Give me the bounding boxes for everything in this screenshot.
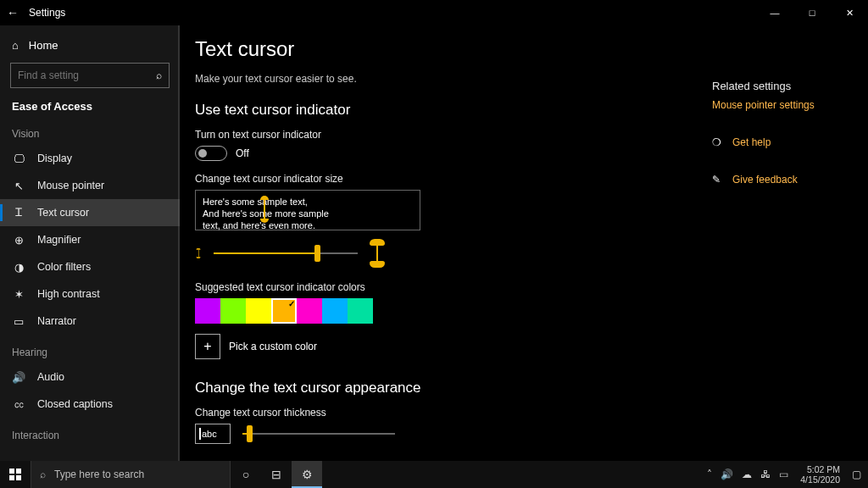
svg-rect-3	[16, 475, 21, 480]
mouse-pointer-settings-link[interactable]: Mouse pointer settings	[712, 99, 848, 111]
small-indicator-icon	[197, 248, 201, 258]
svg-rect-2	[9, 475, 14, 480]
search-icon: ⌕	[40, 469, 46, 480]
section-heading: Ease of Access	[0, 95, 180, 116]
tray-chevron-icon[interactable]: ˄	[705, 469, 714, 480]
search-icon: ⌕	[156, 69, 162, 81]
indicator-size-slider[interactable]	[214, 245, 358, 262]
sidebar-item-high-contrast[interactable]: ✶ High contrast	[0, 280, 180, 308]
color-swatch[interactable]	[297, 298, 322, 324]
page-title: Text cursor	[195, 37, 848, 61]
sidebar-item-display[interactable]: 🖵 Display	[0, 145, 180, 172]
svg-rect-1	[16, 469, 21, 474]
taskbar-clock[interactable]: 5:02 PM 4/15/2020	[800, 464, 840, 485]
audio-icon: 🔊	[12, 371, 25, 384]
thickness-preview: abc	[195, 424, 231, 444]
clock-time: 5:02 PM	[800, 464, 840, 474]
closed-captions-icon: ㏄	[12, 396, 25, 412]
feedback-label: Give feedback	[732, 174, 798, 186]
nav-label: Display	[37, 152, 72, 164]
group-vision: Vision	[0, 116, 180, 145]
action-center-icon[interactable]: ▢	[850, 469, 863, 480]
windows-icon	[9, 469, 21, 480]
sample-text-box: Here's some sample text, And here's some…	[195, 190, 420, 230]
color-swatch[interactable]	[322, 298, 348, 324]
sample-line: Here's some sample text,	[203, 196, 413, 208]
home-icon: ⌂	[12, 39, 19, 52]
search-field[interactable]	[18, 69, 145, 81]
system-tray: ˄ 🔊 ☁ 🖧 ▭ 5:02 PM 4/15/2020 ▢	[700, 461, 868, 488]
give-feedback-link[interactable]: ✎ Give feedback	[712, 174, 848, 186]
custom-color-label: Pick a custom color	[229, 341, 317, 352]
settings-taskbar-button[interactable]: ⚙	[292, 461, 322, 488]
related-heading: Related settings	[712, 80, 848, 92]
sidebar-item-audio[interactable]: 🔊 Audio	[0, 363, 180, 391]
sidebar-item-text-cursor[interactable]: Ꮖ Text cursor	[0, 199, 180, 226]
toggle-state: Off	[236, 147, 249, 159]
home-nav[interactable]: ⌂ Home	[0, 30, 180, 59]
color-swatch[interactable]	[246, 298, 271, 324]
minimize-button[interactable]: ―	[756, 0, 793, 25]
get-help-link[interactable]: ❍ Get help	[712, 136, 848, 148]
tray-input-icon[interactable]: ▭	[777, 469, 790, 480]
sidebar-item-color-filters[interactable]: ◑ Color filters	[0, 253, 180, 280]
home-label: Home	[29, 39, 58, 52]
section-appearance-heading: Change the text cursor appearance	[195, 380, 848, 396]
group-hearing: Hearing	[0, 335, 180, 363]
main-content: Text cursor Make your text cursor easier…	[180, 25, 868, 461]
taskbar-search[interactable]: ⌕ Type here to search	[31, 461, 231, 488]
tray-onedrive-icon[interactable]: ☁	[740, 469, 754, 480]
thickness-label: Change text cursor thickness	[195, 407, 848, 419]
color-swatch[interactable]	[195, 298, 220, 324]
color-filters-icon: ◑	[12, 261, 25, 274]
nav-label: Audio	[37, 371, 64, 383]
nav-label: High contrast	[37, 288, 100, 300]
sidebar-item-narrator[interactable]: ▭ Narrator	[0, 308, 180, 335]
group-interaction: Interaction	[0, 418, 180, 446]
svg-rect-0	[9, 469, 14, 474]
nav-label: Mouse pointer	[37, 180, 104, 191]
colors-label: Suggested text cursor indicator colors	[195, 281, 848, 293]
sidebar: ⌂ Home ⌕ Ease of Access Vision 🖵 Display…	[0, 25, 180, 461]
taskbar: ⌕ Type here to search ○ ⊟ ⚙ ˄ 🔊 ☁ 🖧 ▭ 5:…	[0, 461, 868, 488]
tray-volume-icon[interactable]: 🔊	[719, 469, 735, 480]
custom-color-button[interactable]: +	[195, 334, 220, 359]
help-label: Get help	[732, 136, 771, 148]
task-view-button[interactable]: ⊟	[261, 461, 292, 488]
back-button[interactable]: ←	[0, 6, 25, 19]
scrollbar[interactable]	[178, 25, 180, 461]
nav-label: Narrator	[37, 315, 76, 327]
thickness-slider[interactable]	[242, 425, 395, 442]
feedback-icon: ✎	[712, 174, 724, 186]
start-button[interactable]	[0, 461, 31, 488]
indicator-toggle[interactable]	[195, 146, 227, 161]
color-swatches	[195, 298, 848, 324]
search-placeholder: Type here to search	[54, 469, 144, 480]
mouse-pointer-icon: ↖	[12, 180, 25, 192]
abc-text: abc	[202, 429, 217, 439]
display-icon: 🖵	[12, 152, 25, 165]
related-settings-panel: Related settings Mouse pointer settings …	[712, 80, 848, 194]
close-button[interactable]: ✕	[831, 0, 868, 25]
tray-network-icon[interactable]: 🖧	[759, 469, 772, 480]
sidebar-item-magnifier[interactable]: ⊕ Magnifier	[0, 226, 180, 253]
color-swatch[interactable]	[348, 298, 373, 324]
maximize-button[interactable]: □	[793, 0, 831, 25]
search-input[interactable]: ⌕	[10, 63, 170, 88]
nav-label: Text cursor	[37, 207, 89, 219]
cursor-indicator-preview	[262, 196, 267, 221]
help-icon: ❍	[712, 136, 724, 148]
nav-label: Magnifier	[37, 234, 81, 246]
magnifier-icon: ⊕	[12, 234, 25, 247]
cortana-button[interactable]: ○	[231, 461, 261, 488]
nav-label: Color filters	[37, 261, 91, 273]
large-indicator-icon	[370, 239, 385, 268]
sidebar-item-mouse-pointer[interactable]: ↖ Mouse pointer	[0, 172, 180, 199]
nav-label: Closed captions	[37, 398, 113, 410]
sidebar-item-closed-captions[interactable]: ㏄ Closed captions	[0, 391, 180, 418]
clock-date: 4/15/2020	[800, 474, 840, 485]
color-swatch[interactable]	[220, 298, 246, 324]
sample-line: text, and here's even more.	[203, 219, 413, 231]
text-cursor-icon: Ꮖ	[12, 206, 25, 219]
color-swatch[interactable]	[271, 298, 297, 324]
